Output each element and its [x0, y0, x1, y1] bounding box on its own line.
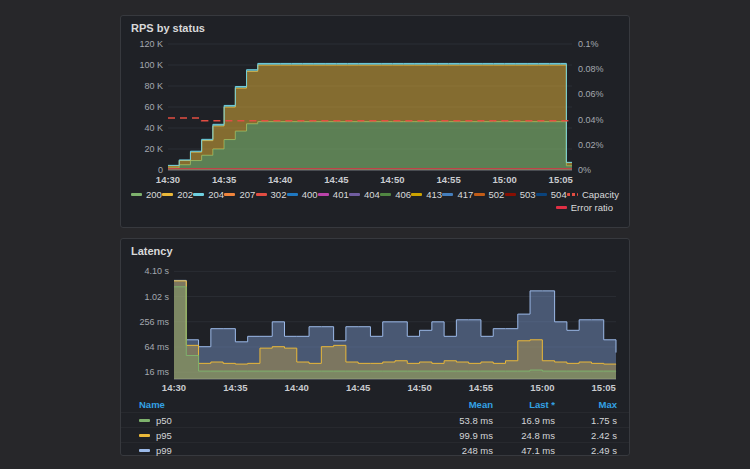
legend-table-row-p99[interactable]: p99248 ms47.1 ms2.49 s — [121, 442, 629, 457]
y-axis-left-tick: 20 K — [144, 144, 163, 154]
column-header-max[interactable]: Max — [555, 399, 617, 410]
latency-legend-table: NameMeanLast *Maxp5053.8 ms16.9 ms1.75 s… — [121, 396, 629, 457]
rps-legend: 2002022042073024004014044064134175025035… — [121, 188, 629, 201]
x-axis-tick: 14:50 — [380, 174, 404, 185]
series-color-icon — [380, 193, 391, 196]
y-axis-left-tick: 120 K — [139, 40, 163, 49]
series-color-icon — [131, 193, 142, 196]
legend-item-error-ratio[interactable]: Error ratio — [556, 202, 613, 213]
x-axis-tick: 14:45 — [346, 382, 371, 393]
y-axis-right-tick: 0.06% — [578, 89, 604, 99]
legend-label: Capacity — [582, 189, 619, 200]
series-color-icon — [442, 193, 453, 196]
x-axis-tick: 15:00 — [493, 174, 517, 185]
x-axis-tick: 14:30 — [162, 382, 186, 393]
legend-label: 400 — [302, 189, 318, 200]
legend-item-capacity[interactable]: Capacity — [567, 189, 619, 200]
dashboard: RPS by status 120 K100 K80 K60 K40 K20 K… — [0, 0, 750, 469]
series-color-icon — [193, 193, 204, 196]
legend-label: Error ratio — [571, 202, 613, 213]
legend-label: 504 — [551, 189, 567, 200]
latency-chart[interactable]: 4.10 s1.02 s256 ms64 ms16 ms14:3014:3514… — [128, 263, 622, 395]
legend-item-413[interactable]: 413 — [411, 189, 442, 200]
x-axis-tick: 15:05 — [592, 382, 617, 393]
series-color-icon — [139, 434, 150, 437]
legend-table-header: NameMeanLast *Max — [121, 396, 629, 412]
x-axis-tick: 14:50 — [407, 382, 431, 393]
column-header-last[interactable]: Last * — [493, 399, 555, 410]
y-axis-left-tick: 40 K — [144, 123, 163, 133]
x-axis-tick: 14:30 — [156, 174, 180, 185]
legend-item-302[interactable]: 302 — [256, 189, 287, 200]
rps-legend-secondary: Error ratio — [121, 201, 629, 214]
y-axis-left-tick: 100 K — [139, 60, 163, 70]
series-name: p95 — [156, 430, 172, 441]
x-axis-tick: 14:45 — [324, 174, 349, 185]
x-axis-tick: 15:00 — [530, 382, 554, 393]
series-name: p99 — [156, 445, 172, 456]
series-color-icon — [505, 193, 516, 196]
legend-item-406[interactable]: 406 — [380, 189, 411, 200]
mean-value: 99.9 ms — [431, 430, 493, 441]
series-color-icon — [474, 193, 485, 196]
y-axis-left-tick: 80 K — [144, 81, 163, 91]
legend-item-503[interactable]: 503 — [505, 189, 536, 200]
legend-label: 502 — [489, 189, 505, 200]
legend-label: 202 — [177, 189, 193, 200]
y-axis-tick: 1.02 s — [144, 292, 169, 302]
legend-label: 302 — [271, 189, 287, 200]
legend-label: 406 — [395, 189, 411, 200]
legend-label: 204 — [208, 189, 224, 200]
series-color-icon — [162, 193, 173, 196]
last-value: 16.9 ms — [493, 415, 555, 426]
legend-item-200[interactable]: 200 — [131, 189, 162, 200]
legend-item-400[interactable]: 400 — [287, 189, 318, 200]
legend-label: 417 — [457, 189, 473, 200]
legend-item-204[interactable]: 204 — [193, 189, 224, 200]
series-color-icon — [287, 193, 298, 196]
panel-title-rps[interactable]: RPS by status — [121, 16, 629, 40]
series-color-icon — [556, 206, 567, 209]
panel-title-latency[interactable]: Latency — [121, 239, 629, 263]
column-header-mean[interactable]: Mean — [431, 399, 493, 410]
legend-label: 404 — [364, 189, 380, 200]
y-axis-right-tick: 0.08% — [578, 64, 604, 74]
last-value: 24.8 ms — [493, 430, 555, 441]
series-color-icon — [567, 193, 578, 196]
x-axis-tick: 14:40 — [285, 382, 309, 393]
max-value: 1.75 s — [555, 415, 617, 426]
y-axis-tick: 64 ms — [144, 342, 169, 352]
y-axis-tick: 4.10 s — [144, 266, 169, 276]
y-axis-right-tick: 0% — [578, 165, 591, 175]
legend-table-row-p95[interactable]: p9599.9 ms24.8 ms2.42 s — [121, 427, 629, 442]
x-axis-tick: 14:35 — [223, 382, 248, 393]
legend-item-504[interactable]: 504 — [536, 189, 567, 200]
x-axis-tick: 14:55 — [469, 382, 494, 393]
series-color-icon — [139, 419, 150, 422]
series-color-icon — [411, 193, 422, 196]
max-value: 2.49 s — [555, 445, 617, 456]
legend-item-207[interactable]: 207 — [224, 189, 255, 200]
y-axis-tick: 256 ms — [139, 317, 169, 327]
legend-label: 503 — [520, 189, 536, 200]
legend-item-417[interactable]: 417 — [442, 189, 473, 200]
y-axis-left-tick: 60 K — [144, 102, 163, 112]
column-header-name[interactable]: Name — [139, 399, 431, 410]
series-color-icon — [139, 449, 150, 452]
legend-label: 401 — [333, 189, 349, 200]
legend-label: 200 — [146, 189, 162, 200]
legend-item-502[interactable]: 502 — [474, 189, 505, 200]
legend-item-401[interactable]: 401 — [318, 189, 349, 200]
panel-latency: Latency 4.10 s1.02 s256 ms64 ms16 ms14:3… — [120, 238, 630, 456]
legend-table-row-p50[interactable]: p5053.8 ms16.9 ms1.75 s — [121, 412, 629, 427]
last-value: 47.1 ms — [493, 445, 555, 456]
panel-rps-by-status: RPS by status 120 K100 K80 K60 K40 K20 K… — [120, 15, 630, 228]
rps-chart[interactable]: 120 K100 K80 K60 K40 K20 K00.1%0.08%0.06… — [128, 40, 622, 188]
series-color-icon — [256, 193, 267, 196]
legend-item-404[interactable]: 404 — [349, 189, 380, 200]
max-value: 2.42 s — [555, 430, 617, 441]
series-name: p50 — [156, 415, 172, 426]
legend-item-202[interactable]: 202 — [162, 189, 193, 200]
legend-label: 413 — [426, 189, 442, 200]
x-axis-tick: 15:05 — [549, 174, 574, 185]
